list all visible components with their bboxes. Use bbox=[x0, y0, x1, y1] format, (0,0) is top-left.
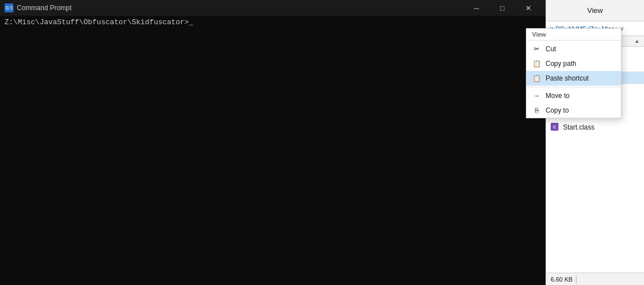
class-icon: C bbox=[551, 123, 560, 132]
cmd-title: Command Prompt bbox=[17, 4, 460, 12]
paste-shortcut-icon: 📋 bbox=[532, 74, 541, 83]
file-item-start-class[interactable]: CStart.class bbox=[546, 121, 644, 133]
ctx-copy-path[interactable]: 📋 Copy path bbox=[526, 56, 621, 71]
cursor: _ bbox=[189, 18, 193, 26]
ctx-copy-to-label: Copy to bbox=[546, 106, 569, 114]
ctx-cut[interactable]: ✂ Cut bbox=[526, 42, 621, 56]
cmd-window: C:\ Command Prompt ─ □ ✕ Z:\Misc\JavaStu… bbox=[0, 0, 546, 285]
explorer-ribbon: View bbox=[546, 0, 644, 21]
cmd-titlebar: C:\ Command Prompt ─ □ ✕ bbox=[0, 0, 546, 16]
ctx-move-to[interactable]: → Move to bbox=[526, 88, 621, 103]
move-to-icon: → bbox=[532, 91, 541, 100]
close-button[interactable]: ✕ bbox=[515, 0, 541, 16]
sort-icon: ▲ bbox=[634, 38, 640, 44]
ctx-move-to-label: Move to bbox=[546, 92, 570, 100]
cut-icon: ✂ bbox=[532, 44, 541, 54]
maximize-button[interactable]: □ bbox=[489, 0, 515, 16]
cmd-body[interactable]: Z:\Misc\JavaStuff\Obfuscator\Skidfuscato… bbox=[0, 16, 546, 285]
context-menu-section: View bbox=[526, 29, 621, 39]
ctx-divider-top bbox=[526, 40, 621, 41]
ctx-paste-shortcut-label: Paste shortcut bbox=[546, 74, 589, 82]
file-label: Start.class bbox=[563, 123, 595, 131]
cmd-prompt: Z:\Misc\JavaStuff\Obfuscator\Skidfuscato… bbox=[4, 18, 189, 26]
status-bar: 6.60 KB bbox=[546, 273, 644, 285]
ctx-cut-label: Cut bbox=[546, 45, 556, 53]
cmd-window-controls: ─ □ ✕ bbox=[463, 0, 541, 16]
minimize-button[interactable]: ─ bbox=[463, 0, 489, 16]
copy-to-icon: ⎘ bbox=[532, 106, 541, 115]
context-menu: View ✂ Cut 📋 Copy path 📋 Paste shortcut … bbox=[526, 28, 622, 118]
ribbon-title: View bbox=[587, 6, 603, 15]
statusbar-divider bbox=[576, 275, 577, 283]
copy-path-icon: 📋 bbox=[532, 59, 541, 68]
cmd-app-icon: C:\ bbox=[4, 3, 13, 12]
ctx-divider-mid bbox=[526, 87, 621, 87]
ctx-copy-path-label: Copy path bbox=[546, 60, 577, 68]
file-size-label: 6.60 KB bbox=[551, 276, 573, 283]
ctx-paste-shortcut[interactable]: 📋 Paste shortcut bbox=[526, 71, 621, 86]
ctx-copy-to[interactable]: ⎘ Copy to bbox=[526, 103, 621, 118]
